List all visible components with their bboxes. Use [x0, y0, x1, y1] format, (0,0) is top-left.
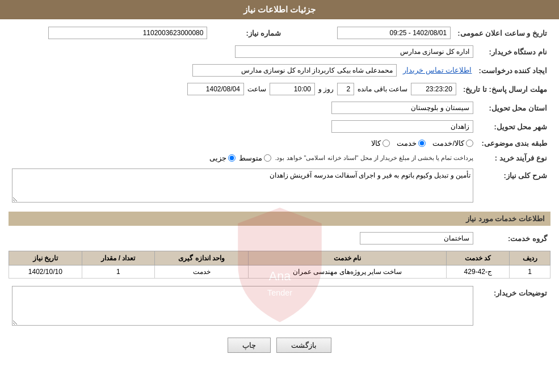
cell-row-num: 1	[510, 265, 550, 279]
category-label: طبقه بندی موضوعی:	[477, 137, 550, 149]
category-kala-khidmat[interactable]: کالا/خدمت	[432, 139, 473, 147]
info-section-3: ایجاد کننده درخواست: اطلاعات تماس خریدار	[9, 62, 550, 78]
deadline-remaining-input[interactable]	[411, 83, 456, 95]
info-section-5: استان محل تحویل:	[9, 100, 550, 116]
purchase-note: پرداخت تمام یا بخشی از مبلغ خریدار از مح…	[275, 154, 473, 162]
need-number-label: شماره نیاز:	[211, 25, 284, 41]
buyer-notes-label: توضیحات خریدار:	[477, 284, 550, 329]
deadline-days-input[interactable]	[337, 83, 354, 95]
col-service-code: کد خدمت	[447, 251, 510, 265]
deadline-label: مهلت ارسال پاسخ: تا تاریخ:	[460, 81, 550, 97]
deadline-row: ساعت باقی مانده روز و ساعت	[9, 81, 460, 97]
buyer-org-label: نام دستگاه خریدار:	[477, 44, 550, 60]
announcement-label: تاریخ و ساعت اعلان عمومی:	[454, 25, 550, 41]
announcement-input[interactable]	[337, 27, 451, 39]
buyer-notes-textarea[interactable]	[12, 286, 473, 326]
back-button[interactable]: بازگشت	[276, 338, 331, 353]
col-service-name: نام خدمت	[248, 251, 446, 265]
need-number-input[interactable]	[48, 27, 207, 39]
col-unit: واحد اندازه گیری	[155, 251, 249, 265]
radio-khidmat[interactable]	[418, 140, 426, 147]
time-label: ساعت	[247, 85, 266, 93]
buyer-org-value-cell	[21, 44, 477, 60]
deadline-date-input[interactable]	[187, 83, 244, 95]
info-section-7: طبقه بندی موضوعی: کالا/خدمت خدمت	[9, 137, 550, 149]
requester-input[interactable]	[192, 64, 397, 77]
purchase-type-row: پرداخت تمام یا بخشی از مبلغ خریدار از مح…	[9, 152, 477, 164]
info-section-6: شهر محل تحویل:	[9, 119, 550, 134]
category-khidmat[interactable]: خدمت	[397, 139, 426, 147]
requester-label: ایجاد کننده درخواست:	[475, 62, 550, 78]
service-group-input[interactable]	[360, 232, 473, 245]
description-textarea[interactable]: تأمین و تبدیل وکیوم باتوم به فیر و اجرای…	[12, 168, 473, 203]
page-title: جزئیات اطلاعات نیاز	[243, 5, 316, 14]
radio-kala[interactable]	[383, 140, 390, 147]
info-section-8: نوع فرآیند خرید : پرداخت تمام یا بخشی از…	[9, 152, 550, 164]
cell-date: 1402/10/10	[9, 265, 82, 279]
radio-medium[interactable]	[264, 154, 271, 162]
category-kala[interactable]: کالا	[371, 139, 390, 147]
col-date: تاریخ نیاز	[9, 251, 82, 265]
info-section-description: شرح کلی نیاز: تأمین و تبدیل وکیوم باتوم …	[9, 167, 550, 206]
city-label: شهر محل تحویل:	[477, 119, 550, 134]
announcement-value-cell	[307, 25, 454, 41]
service-group-value-cell	[9, 230, 477, 246]
action-buttons: بازگشت چاپ	[9, 338, 550, 353]
city-value-cell	[29, 119, 477, 134]
description-label: شرح کلی نیاز:	[477, 167, 550, 206]
cell-quantity: 1	[82, 265, 155, 279]
cell-service-name: ساخت سایر پروژه‌های مهندسی عمران	[248, 265, 446, 279]
deadline-time-input[interactable]	[270, 83, 315, 95]
requester-value-cell: اطلاعات تماس خریدار	[9, 62, 475, 78]
province-input[interactable]	[331, 102, 473, 114]
info-section-1: تاریخ و ساعت اعلان عمومی: شماره نیاز:	[9, 25, 550, 41]
table-row: 1 ج-42-429 ساخت سایر پروژه‌های مهندسی عم…	[9, 265, 550, 279]
services-data-table: ردیف کد خدمت نام خدمت واحد اندازه گیری ت…	[9, 251, 550, 279]
group-service-section: گروه خدمت:	[9, 230, 550, 246]
province-value-cell	[29, 100, 477, 116]
main-content: تاریخ و ساعت اعلان عمومی: شماره نیاز: نا…	[0, 19, 559, 364]
info-section-2: نام دستگاه خریدار:	[9, 44, 550, 60]
services-table-wrapper: Ana Tender ردیف کد خدمت نام خدمت واحد ان…	[9, 251, 550, 279]
days-label: روز و	[318, 85, 334, 93]
city-input[interactable]	[331, 120, 473, 133]
services-section-title: اطلاعات خدمات مورد نیاز	[9, 212, 550, 226]
radio-partial[interactable]	[228, 154, 236, 162]
category-radios: کالا/خدمت خدمت کالا	[9, 137, 477, 149]
province-label: استان محل تحویل:	[477, 100, 550, 116]
service-group-label: گروه خدمت:	[477, 230, 550, 246]
cell-unit: خدمت	[155, 265, 249, 279]
kala-khidmat-label: کالا/خدمت	[432, 139, 464, 147]
cell-service-code: ج-42-429	[447, 265, 510, 279]
contact-link[interactable]: اطلاعات تماس خریدار	[403, 66, 472, 74]
buyer-notes-section: توضیحات خریدار:	[9, 284, 550, 329]
page-header: جزئیات اطلاعات نیاز	[0, 0, 559, 19]
buyer-org-input[interactable]	[235, 45, 473, 58]
print-button[interactable]: چاپ	[228, 338, 271, 353]
purchase-medium[interactable]: متوسط	[239, 154, 271, 162]
need-number-value-cell	[9, 25, 211, 41]
col-quantity: تعداد / مقدار	[82, 251, 155, 265]
description-value-cell: تأمین و تبدیل وکیوم باتوم به فیر و اجرای…	[9, 167, 477, 206]
purchase-type-label: نوع فرآیند خرید :	[477, 152, 550, 164]
kala-label: کالا	[371, 139, 381, 147]
info-section-4: مهلت ارسال پاسخ: تا تاریخ: ساعت باقی مان…	[9, 81, 550, 97]
medium-label: متوسط	[239, 154, 262, 162]
khidmat-label: خدمت	[397, 139, 417, 147]
col-row-num: ردیف	[510, 251, 550, 265]
purchase-partial[interactable]: جزیی	[209, 154, 236, 162]
remaining-label: ساعت باقی مانده	[358, 85, 407, 93]
partial-label: جزیی	[209, 154, 226, 162]
buyer-notes-value-cell	[9, 284, 477, 329]
radio-kala-khidmat[interactable]	[466, 140, 473, 147]
page-wrapper: جزئیات اطلاعات نیاز تاریخ و ساعت اعلان ع…	[0, 0, 559, 392]
